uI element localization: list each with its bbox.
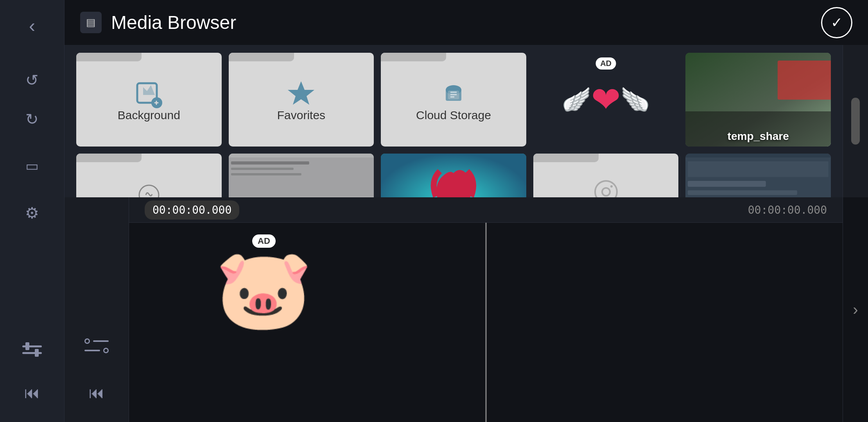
heart-wings: 🪽 ❤ 🪽: [562, 82, 650, 117]
instagram-icon: [592, 180, 620, 197]
media-browser-icon: ▤: [86, 16, 96, 29]
timeline-right-collapse[interactable]: ›: [843, 197, 868, 422]
scrollbar-panel: [843, 45, 868, 197]
timeline-adjust-icon: [84, 338, 109, 353]
ad-heart-item[interactable]: AD 🪽 ❤ 🪽: [533, 53, 679, 147]
folder-tab: [76, 154, 142, 162]
folder-tab: [76, 53, 142, 61]
undo-icon: ↺: [25, 71, 39, 89]
settings-button[interactable]: ⚙: [14, 195, 50, 231]
svg-rect-18: [231, 173, 301, 175]
camera-item[interactable]: Camera: [229, 154, 374, 197]
favorites-icon: [285, 77, 317, 109]
folder-cloud-label: Cloud Storage: [416, 109, 491, 122]
check-icon: ✓: [831, 14, 843, 31]
confirm-button[interactable]: ✓: [821, 7, 852, 38]
timeline-area: ⏮ 00:00:00.000 00:00:00.000 AD: [65, 197, 868, 422]
timeline-skip-back-icon: ⏮: [89, 384, 104, 402]
adjust-button[interactable]: [14, 332, 50, 367]
page-title: Media Browser: [111, 12, 821, 33]
svg-point-25: [602, 188, 610, 196]
timeline-time-left: 00:00:00.000: [145, 200, 239, 220]
svg-rect-30: [688, 181, 766, 187]
svg-rect-17: [231, 168, 293, 170]
timeline-sidebar: ⏮: [65, 197, 129, 422]
folder-background[interactable]: Background: [76, 53, 222, 147]
background-icon: [133, 77, 165, 109]
folder-tab: [533, 154, 599, 162]
svg-rect-10: [778, 61, 831, 100]
settings-icon: ⚙: [25, 204, 39, 222]
playhead-line: [485, 223, 486, 422]
cloud-storage-icon: [438, 77, 469, 109]
ad-animation: AD 🐷: [215, 234, 313, 328]
svg-marker-2: [288, 81, 314, 105]
svg-point-26: [610, 185, 613, 188]
anime-canvas: [381, 154, 526, 197]
screenmaster-item[interactable]: -ScreenMaster: [685, 154, 831, 197]
temp-share-item[interactable]: temp_share: [685, 53, 831, 147]
piggy-bank-emoji: 🐷: [215, 250, 313, 328]
header-icon: ▤: [80, 12, 102, 33]
crop-button[interactable]: ▭: [14, 148, 50, 184]
folder-favorites-label: Favorites: [277, 109, 325, 122]
folder-tab: [381, 53, 446, 61]
folder-cloud-storage[interactable]: Cloud Storage: [381, 53, 526, 147]
anime-image: [381, 154, 526, 197]
folder-favorites[interactable]: Favorites: [229, 53, 374, 147]
screenmaster-canvas: [685, 154, 831, 197]
skip-back-icon: ⏮: [24, 384, 40, 402]
redo-icon: ↻: [25, 110, 39, 128]
collapse-icon: ›: [853, 301, 858, 318]
folder-sketchar[interactable]: SketchAR Captures: [76, 154, 222, 197]
folder-instagram[interactable]: Instagram: [533, 154, 679, 197]
timeline-content[interactable]: AD 🐷: [129, 223, 843, 422]
adjust-icon: [22, 345, 42, 354]
ad-badge-heart: AD: [595, 57, 616, 70]
svg-rect-16: [231, 161, 309, 165]
camera-image: [229, 154, 374, 197]
timeline-adjust-button[interactable]: [79, 328, 114, 363]
camera-canvas: [229, 154, 374, 197]
screenmaster-image: [685, 154, 831, 197]
svg-point-12: [139, 185, 159, 197]
temp-share-label: temp_share: [685, 130, 831, 143]
sketchar-icon: [137, 183, 161, 197]
media-grid: Background Favorites: [65, 45, 843, 197]
crop-icon: ▭: [25, 158, 39, 174]
svg-rect-29: [688, 161, 829, 177]
folder-tab: [229, 53, 294, 61]
folder-background-label: Background: [118, 109, 180, 122]
timeline-time-right: 00:00:00.000: [748, 204, 827, 216]
redo-button[interactable]: ↻: [14, 102, 50, 137]
skip-back-button[interactable]: ⏮: [14, 375, 50, 410]
header: ▤ Media Browser ✓: [65, 0, 868, 45]
back-button[interactable]: ‹: [14, 8, 50, 43]
svg-point-24: [595, 181, 617, 197]
timeline-skip-back-button[interactable]: ⏮: [79, 375, 114, 410]
back-icon: ‹: [29, 15, 35, 36]
main-area: ▤ Media Browser ✓ Background: [65, 0, 868, 422]
undo-button[interactable]: ↺: [14, 63, 50, 98]
timeline-time-row: 00:00:00.000 00:00:00.000: [129, 197, 843, 223]
svg-rect-31: [688, 190, 797, 195]
scroll-thumb[interactable]: [851, 98, 860, 145]
anime-char-item[interactable]: [381, 154, 526, 197]
left-sidebar: ‹ ↺ ↻ ▭ ⚙ ⏮: [0, 0, 65, 422]
